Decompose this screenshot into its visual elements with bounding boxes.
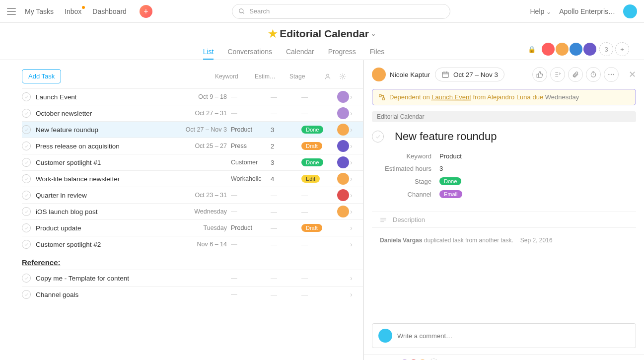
task-detail-panel: Nicole Kaptur Oct 27 – Nov 3 ✕ Dependent…	[363, 60, 644, 360]
timer-icon[interactable]	[586, 67, 601, 82]
gear-icon[interactable]	[339, 73, 354, 80]
task-estimated: —	[267, 93, 301, 101]
nav-dashboard[interactable]: Dashboard	[92, 7, 127, 15]
tab-files[interactable]: Files	[370, 45, 385, 60]
field-value-channel[interactable]: Email	[439, 190, 462, 198]
add-task-button[interactable]: Add Task	[22, 69, 61, 83]
col-estimated[interactable]: Estim…	[255, 73, 289, 80]
lock-icon[interactable]: 🔒	[528, 46, 536, 53]
task-assignee[interactable]	[336, 124, 350, 136]
col-stage[interactable]: Stage	[289, 73, 324, 80]
task-assignee[interactable]	[336, 206, 350, 217]
svg-point-12	[608, 74, 609, 75]
comment-input[interactable]	[397, 329, 630, 343]
task-keyword: Workaholic	[227, 175, 267, 182]
task-row[interactable]: Work-life balance newsletterWorkaholic4E…	[22, 170, 363, 187]
member-avatar[interactable]	[569, 42, 583, 57]
task-row[interactable]: Launch EventOct 9 – 18———›	[22, 88, 363, 105]
complete-checkbox[interactable]	[372, 131, 384, 143]
search-input[interactable]: Search	[232, 4, 450, 19]
task-checkbox[interactable]	[22, 290, 31, 299]
task-row[interactable]: Channel goals———›	[22, 286, 363, 302]
task-title[interactable]: New feature roundup	[395, 130, 497, 143]
task-assignee[interactable]	[336, 156, 350, 168]
task-checkbox[interactable]	[22, 125, 31, 134]
project-title[interactable]: ★ Editorial Calendar ⌄	[268, 28, 376, 40]
chevron-right-icon: ›	[350, 274, 358, 282]
field-value-keyword[interactable]: Product	[439, 152, 462, 160]
task-row[interactable]: Customer spotlight #1Customer3Done›	[22, 154, 363, 170]
section-heading-reference[interactable]: Reference:	[22, 252, 363, 270]
more-icon[interactable]	[604, 67, 619, 82]
tab-calendar[interactable]: Calendar	[286, 45, 314, 60]
task-assignee[interactable]	[336, 173, 350, 185]
like-icon[interactable]	[532, 67, 547, 82]
due-date-pill[interactable]: Oct 27 – Nov 3	[435, 68, 504, 81]
tab-list[interactable]: List	[203, 45, 214, 60]
close-icon[interactable]: ✕	[629, 69, 636, 80]
task-checkbox[interactable]	[22, 240, 31, 249]
menu-icon[interactable]	[7, 8, 16, 15]
task-estimated: —	[267, 192, 301, 199]
chevron-right-icon: ›	[350, 208, 358, 216]
profile-avatar[interactable]	[623, 4, 637, 18]
task-checkbox[interactable]	[22, 207, 31, 216]
commenter-avatar	[378, 329, 392, 343]
chevron-right-icon: ›	[350, 109, 358, 117]
task-assignee[interactable]	[336, 91, 350, 103]
task-checkbox[interactable]	[22, 223, 31, 232]
project-chip[interactable]: Editorial Calendar	[372, 111, 636, 122]
dependency-banner[interactable]: Dependent on Launch Event from Alejandro…	[372, 89, 636, 105]
member-avatar[interactable]	[582, 42, 597, 57]
nav-my-tasks[interactable]: My Tasks	[25, 7, 54, 15]
svg-point-13	[611, 74, 612, 75]
svg-line-1	[243, 12, 244, 13]
task-checkbox[interactable]	[22, 142, 31, 150]
tab-progress[interactable]: Progress	[328, 45, 356, 60]
tab-conversations[interactable]: Conversations	[227, 45, 272, 60]
add-member-button[interactable]: +	[615, 42, 629, 56]
comment-composer[interactable]	[372, 323, 636, 348]
task-name: New feature roundup	[36, 126, 172, 134]
task-checkbox[interactable]	[22, 174, 31, 183]
member-avatar[interactable]	[541, 42, 556, 57]
task-row[interactable]: October newsletterOct 27 – 31———›	[22, 105, 363, 121]
member-overflow[interactable]: 3	[599, 42, 613, 56]
chevron-down-icon[interactable]: ⌄	[371, 30, 376, 37]
task-assignee[interactable]	[336, 140, 350, 152]
nav-inbox[interactable]: Inbox	[65, 7, 81, 15]
col-assignee-icon[interactable]	[324, 73, 339, 80]
help-menu[interactable]: Help ⌄	[530, 7, 551, 15]
chevron-right-icon: ›	[350, 240, 358, 248]
assignee-pill[interactable]: Nicole Kaptur	[372, 68, 430, 81]
description-field[interactable]: Description	[372, 212, 636, 228]
task-row[interactable]: Press release on acquisitionOct 25 – 27P…	[22, 138, 363, 154]
field-value-stage[interactable]: Done	[439, 177, 461, 185]
chevron-right-icon: ›	[350, 175, 358, 183]
task-estimated: —	[267, 224, 301, 232]
task-row[interactable]: iOS launch blog postWednesday———›	[22, 203, 363, 219]
task-checkbox[interactable]	[22, 92, 31, 101]
task-row[interactable]: Product updateTuesdayProduct—Draft›	[22, 219, 363, 236]
task-assignee[interactable]	[336, 107, 350, 119]
member-avatar[interactable]	[555, 42, 570, 57]
task-row[interactable]: Customer spotlight #2Nov 6 – 14———›	[22, 236, 363, 252]
task-row[interactable]: New feature roundupOct 27 – Nov 3Product…	[22, 121, 363, 138]
quick-add-button[interactable]: +	[140, 5, 152, 18]
task-checkbox[interactable]	[22, 158, 31, 167]
task-checkbox[interactable]	[22, 191, 31, 200]
task-checkbox[interactable]	[22, 274, 31, 283]
org-switcher[interactable]: Apollo Enterpris…	[559, 7, 615, 15]
svg-rect-8	[537, 74, 538, 77]
task-row[interactable]: Quarter in reviewOct 23 – 31———›	[22, 187, 363, 203]
col-keyword[interactable]: Keyword	[215, 73, 255, 80]
field-value-estimated[interactable]: 3	[439, 165, 443, 172]
attachment-icon[interactable]	[568, 67, 583, 82]
task-assignee[interactable]	[336, 189, 350, 201]
task-row[interactable]: Copy me - Template for content———›	[22, 270, 363, 286]
due-date-text: Oct 27 – Nov 3	[453, 71, 498, 78]
star-icon[interactable]: ★	[268, 28, 278, 40]
subtask-icon[interactable]	[550, 67, 565, 82]
inbox-badge	[82, 6, 85, 9]
task-checkbox[interactable]	[22, 109, 31, 118]
